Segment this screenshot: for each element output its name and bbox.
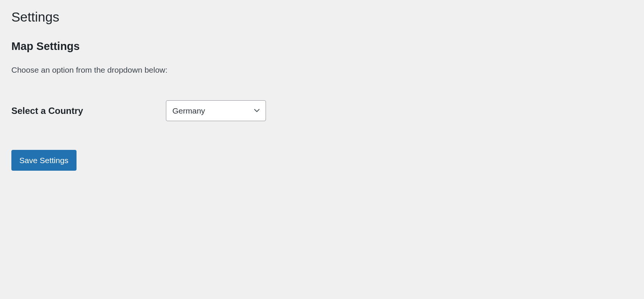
country-row: Select a Country Germany	[11, 100, 633, 121]
section-title: Map Settings	[11, 39, 633, 54]
country-select-wrapper: Germany	[166, 100, 266, 121]
section-description: Choose an option from the dropdown below…	[11, 64, 633, 76]
country-label: Select a Country	[11, 106, 83, 116]
submit-row: Save Settings	[11, 150, 633, 171]
save-settings-button[interactable]: Save Settings	[11, 150, 77, 171]
settings-form-table: Select a Country Germany	[11, 100, 633, 121]
country-select[interactable]: Germany	[166, 100, 266, 121]
page-title: Settings	[11, 8, 633, 26]
